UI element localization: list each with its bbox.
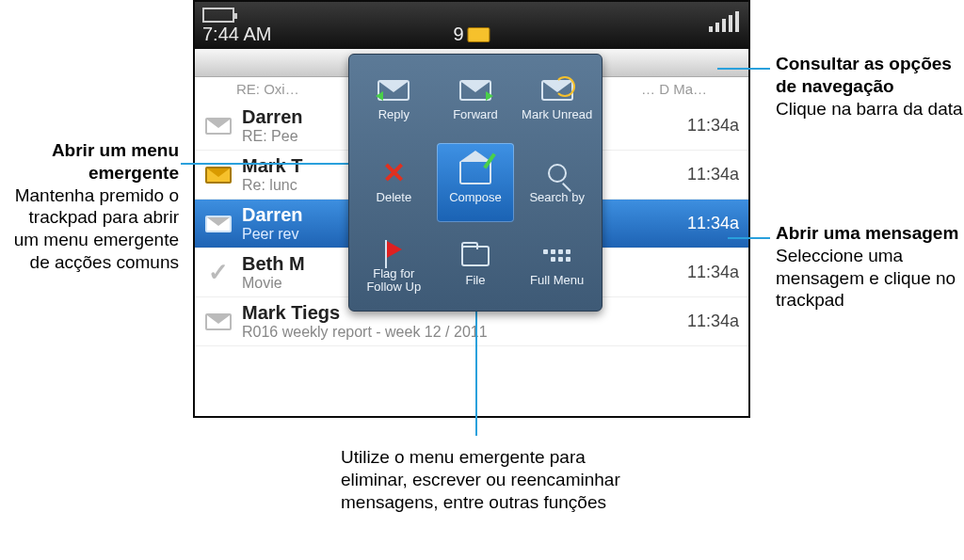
callout-line (728, 237, 770, 239)
folder-icon (458, 244, 492, 268)
popup-label: Flag for Follow Up (366, 267, 421, 295)
callout-line (475, 309, 477, 436)
annotation-right-1: Consultar as opções de navegação Clique … (776, 53, 964, 120)
popup-menu: Reply Forward Mark Unread ✕ Delete Compo… (348, 54, 602, 312)
popup-mark-unread[interactable]: Mark Unread (518, 60, 596, 139)
popup-label: Search by (529, 191, 585, 204)
unread-count: 9 (453, 24, 463, 45)
message-time: 11:34a (687, 165, 739, 184)
message-time: 11:34a (687, 312, 739, 331)
popup-full-menu[interactable]: Full Menu (518, 226, 596, 305)
annotation-body: Clique na barra da data (776, 99, 963, 119)
annotation-title: Abrir um menu emergente (52, 140, 179, 183)
status-time: 7:44 AM (202, 24, 271, 45)
search-icon (540, 161, 574, 185)
annotation-right-2: Abrir uma mensagem Seleccione uma mensag… (776, 222, 964, 312)
popup-reply[interactable]: Reply (355, 60, 433, 139)
unread-indicator: 9 (453, 24, 490, 45)
envelope-open-icon (204, 312, 233, 332)
forward-icon (458, 78, 492, 103)
popup-flag[interactable]: Flag for Follow Up (355, 226, 433, 305)
annotation-body: Mantenha premido o trackpad para abrir u… (14, 185, 179, 272)
envelope-open-icon (204, 116, 233, 136)
battery-icon (202, 8, 234, 23)
message-time: 11:34a (687, 214, 739, 233)
popup-label: Reply (378, 108, 410, 121)
popup-search-by[interactable]: Search by (518, 143, 596, 222)
signal-icon (709, 11, 739, 32)
reply-icon (377, 78, 410, 103)
popup-label: Compose (449, 191, 502, 204)
annotation-body: Seleccione uma mensagem e clique no trac… (776, 246, 956, 311)
envelope-closed-icon (204, 165, 233, 185)
check-icon: ✓ (204, 263, 233, 283)
annotation-title: Abrir uma mensagem (776, 223, 958, 243)
mail-icon (468, 27, 490, 42)
popup-label: File (466, 274, 486, 287)
message-subject: R016 weekly report - week 12 / 2011 (242, 324, 687, 341)
popup-forward[interactable]: Forward (437, 60, 515, 139)
popup-label: Delete (377, 191, 412, 204)
delete-icon: ✕ (377, 161, 410, 185)
message-time: 11:34a (687, 116, 739, 136)
compose-icon (458, 161, 492, 185)
callout-line (181, 163, 348, 165)
partial-subject-left: RE: Oxi… (236, 81, 299, 102)
popup-file[interactable]: File (437, 226, 515, 305)
popup-delete[interactable]: ✕ Delete (355, 143, 433, 222)
annotation-title: Consultar as opções de navegação (776, 54, 952, 96)
flag-icon (377, 237, 410, 262)
partial-subject-right: … D Ma… (641, 81, 707, 102)
status-bar: 7:44 AM 9 (195, 2, 748, 49)
popup-label: Full Menu (530, 274, 584, 287)
mark-unread-icon (540, 78, 574, 103)
callout-line (717, 68, 770, 70)
phone-screenshot: 7:44 AM 9 RE: Oxi… … D Ma… Darren RE: Pe… (193, 0, 750, 418)
full-menu-icon (540, 244, 574, 268)
message-time: 11:34a (687, 263, 739, 282)
envelope-open-icon (204, 214, 233, 234)
popup-label: Forward (453, 108, 498, 121)
popup-label: Mark Unread (522, 108, 592, 121)
annotation-body: Utilize o menu emergente para eliminar, … (341, 447, 620, 512)
annotation-left: Abrir um menu emergente Mantenha premido… (0, 139, 179, 274)
popup-compose[interactable]: Compose (437, 143, 515, 222)
annotation-bottom: Utilize o menu emergente para eliminar, … (341, 446, 633, 513)
